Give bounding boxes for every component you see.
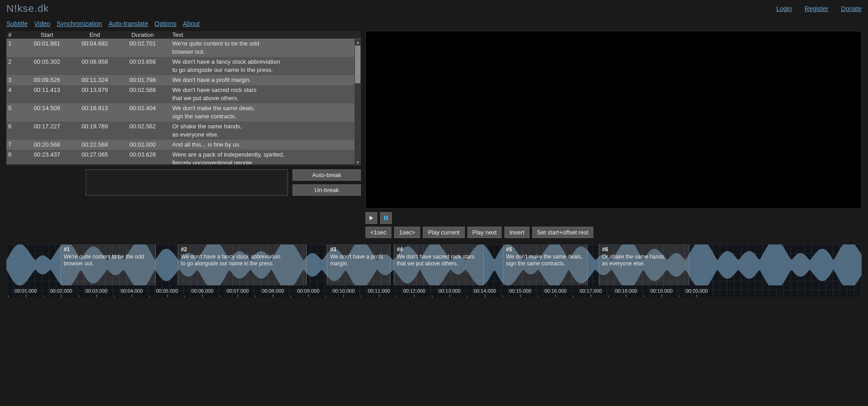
ruler-half-tick: [220, 295, 221, 297]
register-link[interactable]: Register: [805, 5, 828, 12]
donate-link[interactable]: Donate: [841, 5, 862, 12]
play-current-button[interactable]: Play current: [423, 227, 464, 238]
cell-start: 00:11.413: [22, 86, 72, 94]
ruler-half-tick: [114, 295, 114, 297]
forward-1sec-button[interactable]: 1sec>: [394, 227, 420, 238]
ruler-half-tick: [149, 295, 150, 297]
table-row[interactable]: 700:20.56800:22.56800:02.000And all this…: [6, 140, 361, 150]
pause-button[interactable]: [380, 212, 392, 224]
cell-text: We don't have a fancy stock abbreviation…: [168, 58, 361, 74]
timeline-block[interactable]: #1We're quite content to be the oddbrows…: [61, 244, 156, 285]
video-player[interactable]: [365, 31, 862, 208]
timeline-block-text: We don't make the same deals,sign the sa…: [506, 254, 585, 267]
cell-end: 00:13.979: [72, 86, 118, 94]
login-link[interactable]: Login: [776, 5, 792, 12]
cell-start: 00:20.568: [22, 141, 72, 149]
play-button[interactable]: [365, 212, 377, 224]
ruler-half-tick: [185, 295, 185, 297]
insert-button[interactable]: Insert: [504, 227, 529, 238]
timeline-block[interactable]: #4We don't have sacred rock starsthat we…: [394, 244, 484, 285]
timeline-block[interactable]: #5We don't make the same deals,sign the …: [503, 244, 588, 285]
timeline-block-text: We're quite content to be the oddbrowser…: [64, 254, 153, 267]
ruler-tick: 00:20.000: [686, 288, 708, 297]
cell-num: 6: [6, 122, 22, 131]
ruler-half-tick: [8, 295, 9, 297]
col-header-duration: Duration: [118, 31, 168, 38]
scroll-up-icon[interactable]: ▴: [354, 39, 361, 46]
col-header-end: End: [72, 31, 118, 38]
timeline-block-tag: #4: [397, 246, 481, 253]
timeline-block-text: We don't have a profit margin.: [330, 254, 387, 267]
waveform-timeline[interactable]: 00:01.00000:02.00000:03.00000:04.00000:0…: [6, 244, 862, 297]
ruler-tick: 00:04.000: [121, 288, 143, 297]
scroll-down-icon[interactable]: ▾: [354, 159, 361, 166]
menu-bar: Subtitle Video Synchronization Auto-tran…: [0, 15, 868, 31]
cell-text: We don't have sacred rock starsthat we p…: [168, 86, 361, 102]
subtitle-scrollbar[interactable]: ▴ ▾: [354, 39, 361, 166]
auto-break-button[interactable]: Auto-break: [293, 169, 361, 181]
cell-num: 4: [6, 86, 22, 94]
timeline-block-tag: #6: [602, 246, 686, 253]
cell-end: 00:16.913: [72, 104, 118, 112]
ruler-tick: 00:02.000: [50, 288, 72, 297]
menu-options[interactable]: Options: [154, 20, 176, 27]
scrollbar-thumb[interactable]: [355, 39, 360, 83]
ruler-half-tick: [43, 295, 44, 297]
cell-duration: 00:02.000: [118, 141, 168, 149]
set-start-offset-button[interactable]: Set start+offset rest: [532, 227, 594, 238]
ruler-half-tick: [79, 295, 79, 297]
logo-part: !: [14, 3, 17, 14]
timeline-block[interactable]: #2We don't have a fancy stock abbreviati…: [178, 244, 307, 285]
pause-icon: [384, 216, 388, 220]
menu-subtitle[interactable]: Subtitle: [6, 20, 28, 27]
table-row[interactable]: 600:17.22700:19.78900:02.562Or shake the…: [6, 122, 361, 140]
logo-part: .dk: [34, 3, 49, 14]
cell-end: 00:27.065: [72, 151, 118, 159]
ruler-half-tick: [573, 295, 574, 297]
cell-duration: 00:02.701: [118, 40, 168, 48]
site-logo[interactable]: N!kse.dk: [6, 3, 49, 15]
ruler-tick: 00:06.000: [191, 288, 214, 297]
ruler-half-tick: [467, 295, 467, 297]
ruler-half-tick: [644, 295, 644, 297]
menu-synchronization[interactable]: Synchronization: [56, 20, 102, 27]
cell-duration: 00:03.656: [118, 58, 168, 66]
subtitle-table: # Start End Duration Text 100:01.98100:0…: [6, 31, 361, 166]
cell-num: 1: [6, 40, 22, 48]
svg-marker-0: [370, 216, 373, 220]
ruler-tick: 00:18.000: [615, 288, 637, 297]
table-row[interactable]: 100:01.98100:04.68200:02.701We're quite …: [6, 39, 361, 57]
menu-video[interactable]: Video: [34, 20, 51, 27]
table-row[interactable]: 300:09.52600:11.32400:01.798We don't hav…: [6, 75, 361, 85]
ruler-tick: 00:10.000: [333, 288, 355, 297]
col-header-start: Start: [22, 31, 72, 38]
timeline-block-tag: #2: [181, 246, 303, 253]
back-1sec-button[interactable]: <1sec: [365, 227, 391, 238]
table-row[interactable]: 500:14.50900:16.91300:02.404We don't mak…: [6, 103, 361, 122]
timeline-block-tag: #3: [330, 246, 387, 253]
menu-about[interactable]: About: [183, 20, 200, 27]
cell-text: Or shake the same hands,as everyone else…: [168, 122, 361, 139]
cell-num: 8: [6, 151, 22, 159]
ruler-half-tick: [608, 295, 609, 297]
cell-num: 7: [6, 141, 22, 149]
timeline-block[interactable]: #6Or shake the same hands,as everyone el…: [599, 244, 689, 285]
ruler-tick: 00:16.000: [544, 288, 567, 297]
ruler-half-tick: [538, 295, 538, 297]
ruler-tick: 00:11.000: [368, 288, 390, 297]
timeline-block[interactable]: #3We don't have a profit margin.: [327, 244, 390, 285]
play-next-button[interactable]: Play next: [467, 227, 502, 238]
un-break-button[interactable]: Un-break: [293, 184, 361, 196]
ruler-tick: 00:08.000: [262, 288, 284, 297]
ruler-tick: 00:15.000: [509, 288, 531, 297]
cell-text: And all this... is fine by us.: [168, 141, 361, 149]
table-row[interactable]: 400:11.41300:13.97900:02.566We don't hav…: [6, 85, 361, 103]
ruler-half-tick: [679, 295, 679, 297]
table-row[interactable]: 800:23.43700:27.06500:03.628Were are a p…: [6, 150, 361, 164]
menu-auto-translate[interactable]: Auto-translate: [108, 20, 148, 27]
subtitle-text-input[interactable]: [86, 169, 288, 196]
cell-num: 5: [6, 104, 22, 112]
table-row[interactable]: 200:05.30200:08.95800:03.656We don't hav…: [6, 57, 361, 75]
col-header-text: Text: [168, 31, 361, 38]
timeline-block-text: We don't have a fancy stock abbreviation…: [181, 254, 303, 267]
